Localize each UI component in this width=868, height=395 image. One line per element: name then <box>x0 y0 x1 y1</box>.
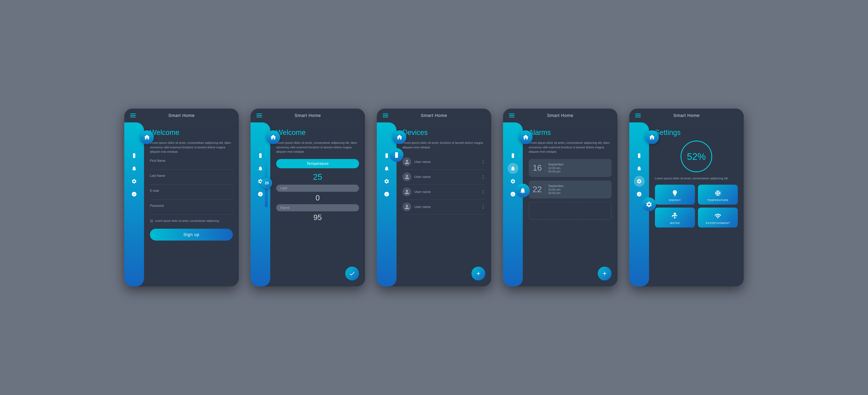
sidebar-info-1[interactable] <box>129 189 140 199</box>
user-icon-1 <box>404 159 409 165</box>
sidebar-phone-1[interactable] <box>129 150 140 161</box>
sidebar-4 <box>503 122 523 286</box>
sidebar-gear-5[interactable] <box>634 176 645 187</box>
home-bump-4[interactable] <box>519 130 533 144</box>
hamburger-icon-2[interactable] <box>256 114 262 117</box>
entertainment-tile[interactable]: ENTERTAINMENT <box>698 207 738 227</box>
hamburger-icon[interactable] <box>130 114 136 117</box>
sidebar-bell-3[interactable] <box>381 163 392 174</box>
screen-signup: Smart Home Welcome Lorem ipsum dolor si <box>124 109 239 286</box>
last-name-field: Last Name <box>150 174 233 185</box>
bell-icon-3 <box>384 166 390 171</box>
water-tile[interactable]: WATER <box>655 207 695 227</box>
sidebar-gear-3[interactable] <box>381 176 392 187</box>
signal-value: 95 <box>276 213 359 222</box>
svg-rect-6 <box>395 152 398 158</box>
svg-rect-10 <box>638 153 640 158</box>
sidebar-bell-2[interactable] <box>255 163 266 174</box>
alarm-time2-2: 04:00 pm <box>548 191 564 195</box>
sidebar-info-5[interactable] <box>634 189 645 199</box>
alarm-divider-1 <box>545 163 545 173</box>
gear-bump-icon-5 <box>646 201 652 208</box>
alarm-divider-2 <box>545 184 545 195</box>
settings-desc: Lorem ipsum dolor sit amet, consectetuer… <box>655 176 738 181</box>
username-4: User name <box>414 205 478 209</box>
avatar-1 <box>402 158 411 166</box>
hamburger-icon-4[interactable] <box>509 114 515 117</box>
content-alarms: Alarms Lorem ipsum dolor sit amet, conse… <box>523 122 617 286</box>
gear-icon-3 <box>384 178 390 184</box>
avatar-2 <box>402 172 411 181</box>
dots-menu-2[interactable]: ⋮ <box>481 174 485 179</box>
hamburger-icon-3[interactable] <box>383 114 388 117</box>
info-icon-4 <box>510 191 516 197</box>
percent-circle: 52% <box>681 141 712 172</box>
signup-button[interactable]: Sign up <box>150 229 233 241</box>
home-icon-3 <box>396 134 403 141</box>
sidebar-phone-4[interactable] <box>507 150 519 161</box>
bell-bump-icon-4 <box>520 187 526 194</box>
list-item: User name ⋮ <box>402 154 485 169</box>
signup-desc: Lorem ipsum dolor sit amet, consectetuer… <box>150 141 233 154</box>
username-1: User name <box>414 160 478 164</box>
sidebar-gear-1[interactable] <box>129 176 140 187</box>
terms-checkbox[interactable] <box>150 219 153 223</box>
svg-point-1 <box>134 157 134 157</box>
email-input[interactable] <box>150 194 233 200</box>
dots-menu-1[interactable]: ⋮ <box>481 159 485 165</box>
sidebar-info-2[interactable] <box>255 189 266 199</box>
signup-title: Welcome <box>150 129 233 137</box>
light-value: 0 <box>276 194 359 202</box>
sidebar-bell-1[interactable] <box>129 163 140 174</box>
list-item: User name ⋮ <box>402 169 485 185</box>
bulb-icon <box>671 190 678 197</box>
alarm-time1-2: 10:00 am <box>548 188 564 191</box>
signal-pill: Signal <box>276 204 359 211</box>
energy-tile[interactable]: ENERGY <box>655 185 695 205</box>
faucet-icon <box>671 213 678 220</box>
dots-menu-3[interactable]: ⋮ <box>481 189 485 195</box>
temp-screen-title: Welcome <box>276 129 359 137</box>
info-icon-2 <box>258 191 263 197</box>
home-icon-5 <box>649 134 655 141</box>
home-icon-1 <box>144 134 150 141</box>
list-item: User name ⋮ <box>402 199 485 215</box>
screen-temperature: Smart Home 25 <box>251 109 365 286</box>
user-icon-4 <box>404 204 409 209</box>
terms-row: Lorem ipsum dolor sit amet, consectetuer… <box>150 219 233 223</box>
username-2: User name <box>414 175 478 179</box>
temperature-tile[interactable]: TEMPERATURE <box>698 185 738 205</box>
dots-menu-4[interactable]: ⋮ <box>481 204 485 209</box>
home-bump-1[interactable] <box>140 130 154 144</box>
device-list: User name ⋮ User name ⋮ User name ⋮ User… <box>402 154 485 215</box>
sidebar-bell-4[interactable] <box>507 163 519 174</box>
gear-icon-5 <box>637 178 642 184</box>
first-name-input[interactable] <box>150 164 233 170</box>
devices-desc: Lorem ipsum dolor sit amet, tincidunt ut… <box>402 141 485 149</box>
home-bump-5[interactable] <box>645 130 659 144</box>
last-name-input[interactable] <box>150 179 233 185</box>
screen-devices: Smart Home Devices <box>377 109 491 286</box>
phone-icon-4 <box>510 153 516 159</box>
water-label: WATER <box>670 222 680 225</box>
slider-thumb[interactable]: 25 <box>261 178 272 189</box>
home-bump-2[interactable] <box>266 130 280 144</box>
add-device-button[interactable]: + <box>471 266 485 280</box>
confirm-button[interactable] <box>345 266 359 280</box>
sidebar-phone-5[interactable] <box>634 150 645 161</box>
password-input[interactable] <box>150 209 233 215</box>
svg-rect-4 <box>385 153 388 158</box>
alarm-time-block-2: September 10:00 am 04:00 pm <box>548 184 564 195</box>
user-icon-3 <box>404 189 409 195</box>
hamburger-icon-5[interactable] <box>635 114 641 117</box>
home-bump-3[interactable] <box>393 130 406 144</box>
sidebar-info-3[interactable] <box>381 189 392 199</box>
svg-point-11 <box>639 157 639 157</box>
sidebar-phone-2[interactable] <box>255 150 266 161</box>
sidebar-gear-4[interactable] <box>507 176 519 187</box>
bell-icon-4 <box>510 166 516 171</box>
sidebar-bell-5[interactable] <box>634 163 645 174</box>
alarm-card-1: 16 September 10:00 am 04:00 pm <box>529 159 612 177</box>
phone-icon-3 <box>384 153 390 159</box>
add-alarm-button[interactable]: + <box>598 266 612 280</box>
